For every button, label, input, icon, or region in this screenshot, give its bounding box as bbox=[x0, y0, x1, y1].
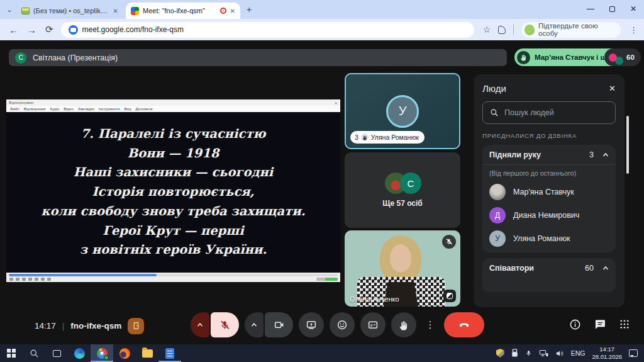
chrome-icon-active[interactable] bbox=[91, 344, 113, 362]
tab-title: Meet: "fno-ifxe-qsm" bbox=[143, 7, 216, 14]
tab-mail[interactable]: (Без теми) • os_teplik@ukr.net ✕ bbox=[16, 3, 123, 19]
start-button[interactable] bbox=[0, 344, 23, 362]
tray-mic-icon[interactable] bbox=[525, 349, 532, 358]
end-call-icon bbox=[458, 319, 470, 331]
end-call-button[interactable] bbox=[444, 312, 484, 337]
window-maximize-button[interactable] bbox=[601, 0, 623, 18]
taskbar-date: 28.01.2026 bbox=[592, 353, 622, 361]
minimize-selfview-button[interactable] bbox=[443, 290, 456, 302]
room-icon[interactable] bbox=[128, 318, 144, 334]
tile-name-pill: 3 Уляна Романюк bbox=[350, 131, 425, 144]
presenter-avatar: C bbox=[15, 52, 26, 64]
section-count: 3 bbox=[589, 150, 594, 159]
more-options-button[interactable]: ⋮ bbox=[422, 312, 438, 337]
pip-icon bbox=[447, 293, 453, 299]
usb-icon[interactable] bbox=[511, 349, 518, 358]
window-minimize-button[interactable]: — bbox=[580, 0, 601, 18]
new-tab-button[interactable]: + bbox=[247, 4, 252, 14]
speaker-icon[interactable] bbox=[555, 349, 564, 358]
taskbar-search-button[interactable] bbox=[23, 344, 45, 362]
firefox-icon[interactable] bbox=[113, 344, 136, 362]
word-document-icon[interactable] bbox=[158, 344, 181, 362]
info-icon[interactable] bbox=[569, 319, 581, 331]
captions-icon bbox=[367, 319, 379, 331]
mic-options-button[interactable] bbox=[191, 312, 209, 337]
presenter-banner[interactable]: C Світлана (Презентація) bbox=[9, 49, 507, 66]
list-item[interactable]: У Уляна Романюк bbox=[489, 230, 609, 247]
participant-name: Олена Анченко bbox=[350, 295, 399, 303]
volume-slider[interactable] bbox=[316, 278, 338, 281]
avatar: У bbox=[489, 230, 506, 247]
camera-options-button[interactable] bbox=[245, 312, 264, 337]
browser-toolbar: ← → ⟳ meet.google.com/fno-ifxe-qsm ☆ Під… bbox=[0, 19, 644, 40]
menu-item: Допомога bbox=[135, 107, 152, 111]
raise-hand-button[interactable] bbox=[391, 312, 416, 337]
tab-close-icon[interactable]: ✕ bbox=[230, 8, 235, 14]
panel-close-icon[interactable]: ✕ bbox=[609, 84, 616, 93]
camera-icon bbox=[274, 319, 285, 331]
video-tile-uliana[interactable]: У 3 Уляна Романюк bbox=[345, 73, 460, 149]
avatar: Д bbox=[489, 207, 506, 223]
overflow-avatars: C bbox=[385, 173, 420, 194]
reload-icon[interactable]: ⟳ bbox=[45, 24, 53, 35]
cohosts-header[interactable]: Співавтори 60 bbox=[489, 264, 609, 273]
chevron-up-icon[interactable] bbox=[602, 265, 609, 271]
raised-hands-header[interactable]: Підняли руку 3 bbox=[489, 150, 609, 159]
mic-toggle-button[interactable] bbox=[211, 312, 239, 337]
verify-identity-label: Підтвердьте свою особу bbox=[538, 22, 613, 37]
tab-title: (Без теми) • os_teplik@ukr.net bbox=[33, 7, 109, 14]
hand-icon bbox=[399, 320, 409, 331]
verify-identity-button[interactable]: Підтвердьте свою особу bbox=[521, 22, 621, 38]
media-in-use-dot bbox=[104, 355, 109, 360]
search-placeholder: Пошук людей bbox=[504, 108, 554, 117]
chevron-up-icon[interactable] bbox=[602, 152, 609, 158]
action-center-icon[interactable] bbox=[629, 349, 638, 357]
antivirus-icon[interactable] bbox=[496, 349, 504, 358]
meet-favicon bbox=[131, 7, 139, 15]
bottom-right-icons bbox=[569, 318, 630, 331]
tab-close-icon[interactable]: ✕ bbox=[113, 8, 118, 14]
captions-button[interactable] bbox=[360, 312, 386, 337]
file-explorer-icon[interactable] bbox=[136, 344, 158, 362]
video-tile-others[interactable]: C Ще 57 осіб bbox=[345, 152, 460, 228]
browser-menu-icon[interactable]: ⋮ bbox=[630, 25, 638, 35]
slide-video-area: 7. Паралелі із сучасністю Вони — 1918 На… bbox=[6, 112, 340, 273]
address-bar[interactable]: meet.google.com/fno-ifxe-qsm bbox=[61, 22, 474, 38]
edge-icon[interactable] bbox=[68, 344, 91, 362]
participant-count-badge[interactable]: 60 bbox=[604, 48, 641, 66]
panel-scrollbar[interactable] bbox=[626, 116, 629, 174]
player-buttons[interactable] bbox=[9, 278, 51, 281]
camera-toggle-button[interactable] bbox=[265, 312, 293, 337]
list-item[interactable]: Д Диана Немирович bbox=[489, 207, 609, 223]
list-item bbox=[489, 278, 609, 286]
search-people-input[interactable]: Пошук людей bbox=[482, 101, 616, 124]
joined-section-label: ПРИЄДНАЛИСЯ ДО ДЗВІНКА bbox=[482, 132, 616, 139]
side-panel-icon[interactable] bbox=[498, 26, 506, 34]
raised-hand-icon bbox=[361, 133, 369, 141]
chat-icon[interactable] bbox=[594, 318, 606, 331]
menu-item: Аудіо bbox=[50, 107, 59, 111]
system-tray: ENG 14:17 28.01.2026 bbox=[496, 346, 644, 361]
list-item[interactable]: Мар'яна Ставчук bbox=[489, 184, 609, 200]
video-tile-olena[interactable]: Олена Анченко bbox=[345, 230, 460, 307]
tab-meet-active[interactable]: Meet: "fno-ifxe-qsm" ✕ bbox=[126, 3, 240, 19]
present-screen-button[interactable] bbox=[299, 312, 324, 337]
task-view-button[interactable] bbox=[45, 344, 68, 362]
back-icon[interactable]: ← bbox=[9, 25, 18, 35]
url-text: meet.google.com/fno-ifxe-qsm bbox=[82, 25, 184, 34]
activities-grid-icon[interactable] bbox=[619, 319, 630, 330]
language-indicator[interactable]: ENG bbox=[571, 349, 586, 357]
reactions-button[interactable] bbox=[330, 312, 355, 337]
forward-icon[interactable]: → bbox=[27, 25, 36, 35]
taskbar-clock[interactable]: 14:17 28.01.2026 bbox=[592, 346, 622, 361]
cohosts-section: Співавтори 60 bbox=[482, 258, 616, 292]
people-panel: Люди ✕ Пошук людей ПРИЄДНАЛИСЯ ДО ДЗВІНК… bbox=[474, 74, 625, 307]
mic-muted-icon bbox=[442, 235, 456, 249]
network-icon[interactable] bbox=[539, 349, 548, 358]
call-controls: ⋮ bbox=[191, 312, 484, 337]
window-close-button[interactable]: ✕ bbox=[623, 0, 644, 18]
tab-search-icon[interactable]: ⌄ bbox=[4, 4, 15, 16]
bookmark-star-icon[interactable]: ☆ bbox=[483, 25, 491, 35]
divider bbox=[513, 25, 514, 35]
seek-bar[interactable] bbox=[9, 274, 338, 276]
